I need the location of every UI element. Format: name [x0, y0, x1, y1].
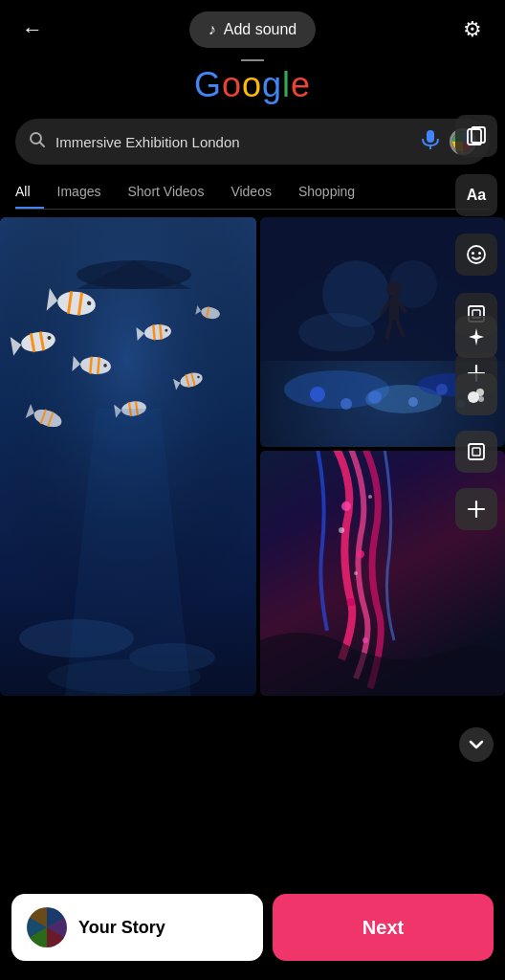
top-bar: ← ♪ Add sound ⚙ [0, 0, 505, 59]
svg-line-30 [160, 324, 161, 340]
svg-point-85 [368, 495, 372, 499]
chevron-down-icon [469, 737, 484, 752]
svg-rect-89 [469, 444, 484, 459]
tab-shopping[interactable]: Shopping [285, 178, 368, 209]
image-grid [0, 217, 505, 696]
svg-rect-73 [389, 297, 399, 321]
svg-rect-90 [472, 448, 480, 456]
svg-point-2 [468, 246, 485, 263]
svg-point-81 [347, 598, 355, 606]
svg-line-25 [98, 357, 99, 374]
svg-point-62 [310, 387, 325, 402]
cards-icon [466, 125, 487, 146]
frame-overlay-button[interactable] [455, 431, 497, 473]
next-button[interactable]: Next [273, 894, 494, 961]
chevron-down-button[interactable] [459, 727, 494, 762]
cards-button[interactable] [455, 115, 497, 157]
bubbles-button[interactable] [455, 373, 497, 415]
google-logo: Google [15, 65, 490, 105]
svg-rect-11 [427, 130, 434, 143]
tab-images[interactable]: Images [44, 178, 115, 209]
grid-toolbar [455, 316, 497, 530]
back-arrow-icon: ← [22, 17, 43, 42]
svg-line-10 [40, 142, 45, 146]
svg-point-82 [362, 637, 368, 643]
svg-point-63 [340, 398, 352, 410]
music-icon: ♪ [209, 21, 216, 38]
emoji-icon [466, 244, 487, 265]
add2-icon [466, 499, 487, 520]
svg-line-24 [90, 357, 92, 374]
divider [241, 59, 264, 61]
bottom-bar: Your Story Next [0, 882, 505, 980]
search-query: Immersive Exhibition London [55, 134, 411, 150]
svg-point-87 [476, 389, 484, 396]
your-story-label: Your Story [78, 918, 165, 938]
search-bar[interactable]: Immersive Exhibition London [15, 119, 490, 165]
add-media-button[interactable] [455, 488, 497, 530]
search-tabs: All Images Short Videos Videos Shopping [15, 178, 490, 210]
tab-videos[interactable]: Videos [217, 178, 285, 209]
font-button[interactable]: Aa [455, 174, 497, 216]
svg-point-65 [408, 397, 418, 407]
frame2-icon [466, 441, 487, 462]
settings-button[interactable]: ⚙ [455, 12, 490, 47]
svg-point-79 [341, 501, 351, 511]
next-label: Next [362, 917, 404, 939]
google-section: Google Immersive Exhibition London All I… [0, 65, 505, 217]
svg-point-80 [357, 550, 364, 558]
svg-point-66 [436, 384, 448, 395]
svg-point-71 [298, 313, 375, 351]
story-avatar [27, 907, 67, 947]
sparkle-button[interactable] [455, 316, 497, 358]
svg-point-4 [478, 252, 481, 255]
gear-icon: ⚙ [463, 17, 482, 42]
font-icon: Aa [467, 187, 486, 204]
tab-short-videos[interactable]: Short Videos [114, 178, 217, 209]
image-fish[interactable] [0, 217, 256, 696]
back-button[interactable]: ← [15, 12, 50, 47]
svg-point-64 [368, 390, 382, 404]
add-sound-label: Add sound [224, 21, 297, 38]
search-icon [29, 131, 46, 153]
emoji-button[interactable] [455, 234, 497, 276]
sparkle-icon [466, 326, 487, 347]
your-story-button[interactable]: Your Story [11, 894, 263, 961]
svg-point-3 [472, 252, 474, 255]
mic-icon[interactable] [421, 129, 440, 155]
bubbles-icon [466, 384, 487, 405]
svg-point-84 [354, 571, 358, 575]
svg-point-88 [478, 396, 484, 402]
svg-point-72 [386, 281, 402, 297]
tab-all[interactable]: All [15, 178, 44, 209]
add-sound-button[interactable]: ♪ Add sound [189, 11, 317, 48]
fish-scene [0, 217, 256, 696]
svg-line-29 [153, 324, 154, 340]
svg-point-83 [339, 527, 344, 533]
